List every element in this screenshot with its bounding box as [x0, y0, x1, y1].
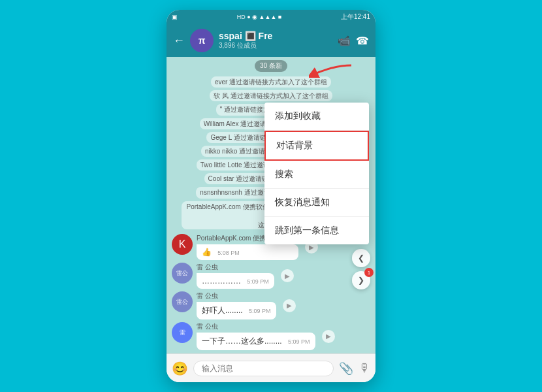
scroll-down-button-wrap: ❯ 1 [352, 271, 370, 289]
status-left-icon: ▣ [172, 14, 178, 20]
message-bubble-wrap: 雷 公虫 一下子……这么多........ 5:09 PM [197, 322, 315, 350]
forward-button[interactable]: ▶ [283, 299, 296, 312]
attach-button[interactable]: 📎 [339, 361, 353, 376]
phone-frame: ▣ HD ● ◉ ▲▲▲ ■ 上午12:41 ← π sspai 🔳 Fre 3… [167, 10, 375, 382]
status-icons: HD ● ◉ ▲▲▲ ■ [237, 14, 282, 20]
message-input[interactable] [193, 361, 334, 376]
system-message: 软 风 通过邀请链接方式加入了这个群组 [210, 90, 332, 101]
avatar: 雷公 [172, 263, 193, 284]
menu-item-restore-notify[interactable]: 恢复消息通知 [264, 189, 369, 217]
message-row: 雷公 雷 公虫 好吓人........ 5:09 PM ▶ [172, 291, 370, 319]
menu-item-background[interactable]: 对话背景 [264, 131, 369, 161]
message-bubble: 一下子……这么多........ 5:09 PM [197, 333, 315, 350]
chat-messages: K PortableAppK.com 便携软件倡导者 👍 5:08 PM ▶ 雷… [172, 234, 370, 350]
group-name: sspai 🔳 Fre [219, 31, 332, 41]
message-sender: 雷 公虫 [197, 263, 274, 272]
forward-button[interactable]: ▶ [322, 330, 335, 343]
scroll-down-button[interactable]: ❯ 1 [352, 271, 370, 289]
chat-area: 30 条新 ever 通过邀请链接方式加入了这个群组 软 风 通过邀请链接方式加… [167, 57, 375, 353]
message-bubble: 好吓人........ 5:09 PM [197, 302, 276, 319]
header-info: sspai 🔳 Fre 3,896 位成员 [219, 31, 332, 50]
avatar: 雷公 [172, 291, 193, 312]
message-row: 雷公 雷 公虫 …………… 5:09 PM ▶ [172, 263, 370, 289]
avatar: K [172, 234, 193, 255]
forward-button[interactable]: ▶ [281, 269, 294, 282]
message-bubble: 👍 5:08 PM [197, 244, 298, 260]
message-bubble: …………… 5:09 PM [197, 273, 274, 289]
member-count: 3,896 位成员 [219, 41, 332, 50]
video-icon[interactable]: 📹 [338, 35, 351, 47]
call-icon[interactable]: ☎ [356, 35, 369, 47]
emoji-button[interactable]: 😊 [172, 361, 188, 376]
status-time: 上午12:41 [341, 12, 370, 22]
avatar: 雷 [172, 322, 193, 343]
input-bar: 😊 📎 🎙 [167, 353, 375, 382]
header-action-icons: 📹 ☎ [338, 35, 369, 47]
menu-item-favorite[interactable]: 添加到收藏 [264, 103, 369, 131]
mic-button[interactable]: 🎙 [359, 361, 370, 375]
message-bubble-wrap: 雷 公虫 好吓人........ 5:09 PM [197, 291, 276, 319]
message-sender: 雷 公虫 [197, 291, 276, 301]
message-time: 5:09 PM [247, 278, 269, 285]
message-time: 5:09 PM [288, 338, 310, 345]
new-messages-badge: 30 条新 [255, 60, 287, 72]
message-bubble-wrap: 雷 公虫 …………… 5:09 PM [197, 263, 274, 289]
message-sender: 雷 公虫 [197, 322, 315, 331]
back-button[interactable]: ← [173, 34, 185, 48]
unread-badge: 1 [364, 268, 374, 277]
chat-header: ← π sspai 🔳 Fre 3,896 位成员 📹 ☎ [167, 24, 375, 57]
menu-item-first-message[interactable]: 跳到第一条信息 [264, 217, 369, 244]
message-time: 5:08 PM [217, 250, 240, 256]
menu-item-search[interactable]: 搜索 [264, 161, 369, 189]
scroll-up-button[interactable]: ❮ [352, 249, 370, 267]
message-row: 雷 雷 公虫 一下子……这么多........ 5:09 PM ▶ [172, 322, 370, 350]
status-bar: ▣ HD ● ◉ ▲▲▲ ■ 上午12:41 [167, 10, 375, 24]
message-time: 5:09 PM [249, 308, 271, 314]
system-message: ever 通过邀请链接方式加入了这个群组 [211, 76, 331, 88]
group-avatar: π [190, 29, 214, 52]
dropdown-menu: 添加到收藏 对话背景 搜索 恢复消息通知 跳到第一条信息 [264, 103, 369, 244]
